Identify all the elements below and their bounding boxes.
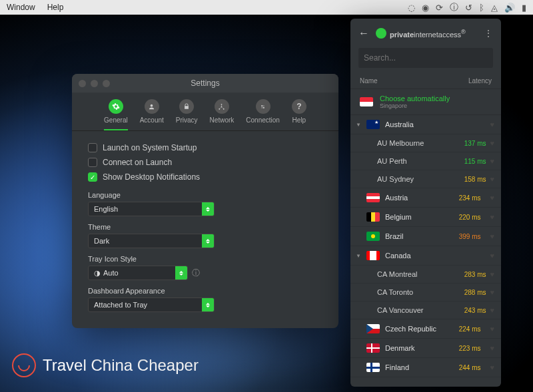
checkbox-icon: ✓ (88, 172, 97, 182)
favorite-icon[interactable]: ♥ (490, 252, 494, 260)
tray-icon-select[interactable]: ◑ Auto (88, 266, 188, 280)
favorite-icon[interactable]: ♥ (490, 325, 494, 333)
favorite-icon[interactable]: ♥ (490, 213, 494, 221)
latency-value: 137 ms (464, 140, 486, 147)
language-select[interactable]: English (88, 202, 215, 216)
tab-label: General (104, 116, 128, 124)
person-icon (145, 99, 159, 114)
favorite-icon[interactable]: ♥ (490, 344, 494, 352)
question-icon: ? (292, 99, 306, 114)
tab-connection[interactable]: Connection (246, 99, 280, 130)
city-name: CA Montreal (377, 270, 418, 278)
country-row[interactable]: Finland244 ms♥ (350, 358, 501, 377)
cloud-icon[interactable]: ◉ (422, 3, 429, 13)
country-name: Canada (385, 252, 411, 260)
lock-icon (179, 99, 194, 114)
favorite-icon[interactable]: ♥ (490, 139, 494, 147)
menu-help[interactable]: Help (47, 3, 64, 12)
country-row[interactable]: Belgium220 ms♥ (350, 208, 501, 227)
kebab-menu-icon[interactable]: ⋮ (484, 28, 493, 39)
tab-label: Privacy (176, 116, 198, 124)
country-row[interactable]: Denmark223 ms♥ (350, 339, 501, 358)
info-icon[interactable]: ⓘ (192, 268, 200, 279)
svg-point-4 (221, 103, 223, 104)
country-row[interactable]: ▼Australia♥ (350, 115, 501, 134)
latency-value: 243 ms (464, 307, 486, 314)
volume-icon[interactable]: 🔊 (504, 3, 515, 13)
flag-icon (366, 251, 380, 260)
city-name: CA Vancouver (377, 306, 424, 314)
sync-icon[interactable]: ⟳ (436, 3, 443, 13)
city-name: AU Sydney (377, 175, 414, 183)
country-row[interactable]: ▼Canada♥ (350, 246, 501, 266)
checkbox-label: Show Desktop Notifications (103, 172, 200, 182)
dashboard-select[interactable]: Attached to Tray (88, 297, 215, 312)
city-row[interactable]: CA Toronto288 ms♥ (350, 284, 501, 301)
back-arrow-icon[interactable]: ← (358, 27, 369, 39)
connection-icon (256, 99, 270, 114)
favorite-icon[interactable]: ♥ (490, 306, 494, 314)
timemachine-icon[interactable]: ↺ (465, 3, 472, 13)
tab-network[interactable]: Network (210, 99, 235, 130)
flag-icon (366, 363, 380, 372)
country-name: Czech Republic (385, 325, 436, 333)
country-row[interactable]: Austria234 ms♥ (350, 188, 501, 208)
server-list[interactable]: ▼Australia♥AU Melbourne137 ms♥AU Perth11… (350, 115, 501, 387)
latency-value: 288 ms (464, 289, 486, 296)
favorite-icon[interactable]: ♥ (490, 175, 494, 183)
menubar-status-icons: ◌ ◉ ⟳ ⓘ ↺ ᛒ ◬ 🔊 ▮ (408, 1, 526, 13)
city-row[interactable]: AU Melbourne137 ms♥ (350, 134, 501, 152)
tab-help[interactable]: ? Help (292, 99, 306, 130)
flag-icon (366, 343, 380, 353)
favorite-icon[interactable]: ♥ (490, 232, 494, 240)
favorite-icon[interactable]: ♥ (490, 194, 494, 202)
checkbox-connect-launch[interactable]: Connect on Launch (88, 155, 322, 170)
settings-title: Settings (72, 79, 338, 88)
city-row[interactable]: AU Sydney158 ms♥ (350, 170, 501, 188)
battery-icon[interactable]: ▮ (522, 3, 526, 13)
favorite-icon[interactable]: ♥ (490, 363, 494, 371)
latency-value: 158 ms (464, 176, 486, 183)
tab-label: Help (292, 116, 306, 124)
watermark: Travel China Cheaper (12, 353, 199, 377)
info-menubar-icon[interactable]: ⓘ (450, 1, 458, 13)
latency-value: 224 ms (459, 325, 481, 333)
chevron-icon: ▼ (356, 122, 361, 128)
settings-titlebar[interactable]: Settings (72, 74, 338, 93)
favorite-icon[interactable]: ♥ (490, 120, 494, 128)
svg-point-2 (219, 108, 221, 109)
favorite-icon[interactable]: ♥ (490, 157, 494, 165)
city-row[interactable]: CA Montreal283 ms♥ (350, 266, 501, 284)
tab-general[interactable]: General (104, 99, 128, 130)
city-row[interactable]: AU Perth115 ms♥ (350, 152, 501, 170)
dashboard-label: Dashboard Appearance (88, 287, 322, 295)
tab-privacy[interactable]: Privacy (176, 99, 198, 130)
bluetooth-icon[interactable]: ᛒ (479, 3, 484, 13)
wifi-icon[interactable]: ◬ (491, 3, 498, 13)
network-icon (215, 99, 229, 114)
country-row[interactable]: Czech Republic224 ms♥ (350, 319, 501, 339)
watermark-logo-icon (12, 353, 36, 377)
checkbox-icon (88, 143, 97, 152)
search-input[interactable] (364, 53, 488, 63)
brand-logo: privateinternetaccess® (376, 28, 466, 39)
theme-select[interactable]: Dark (88, 234, 215, 248)
checkbox-launch-startup[interactable]: Launch on System Startup (88, 140, 322, 155)
vpn-status-icon[interactable]: ◌ (408, 3, 415, 13)
tab-account[interactable]: Account (140, 99, 164, 130)
city-row[interactable]: CA Vancouver243 ms♥ (350, 301, 501, 319)
checkbox-desktop-notifications[interactable]: ✓ Show Desktop Notifications (88, 170, 322, 184)
country-name: Austria (385, 194, 408, 202)
menu-window[interactable]: Window (7, 3, 35, 12)
country-row[interactable]: Brazil399 ms♥ (350, 227, 501, 246)
choose-automatically-row[interactable]: Choose automatically Singapore (350, 89, 501, 115)
favorite-icon[interactable]: ♥ (490, 288, 494, 296)
pia-logo-icon (376, 28, 386, 39)
country-name: Belgium (385, 213, 412, 221)
stepper-icon (202, 234, 214, 248)
search-box[interactable] (358, 48, 493, 68)
server-list-panel: ← privateinternetaccess® ⋮ Name Latency … (350, 19, 501, 387)
city-name: AU Melbourne (377, 139, 424, 147)
favorite-icon[interactable]: ♥ (490, 270, 494, 278)
country-name: Finland (385, 363, 409, 371)
